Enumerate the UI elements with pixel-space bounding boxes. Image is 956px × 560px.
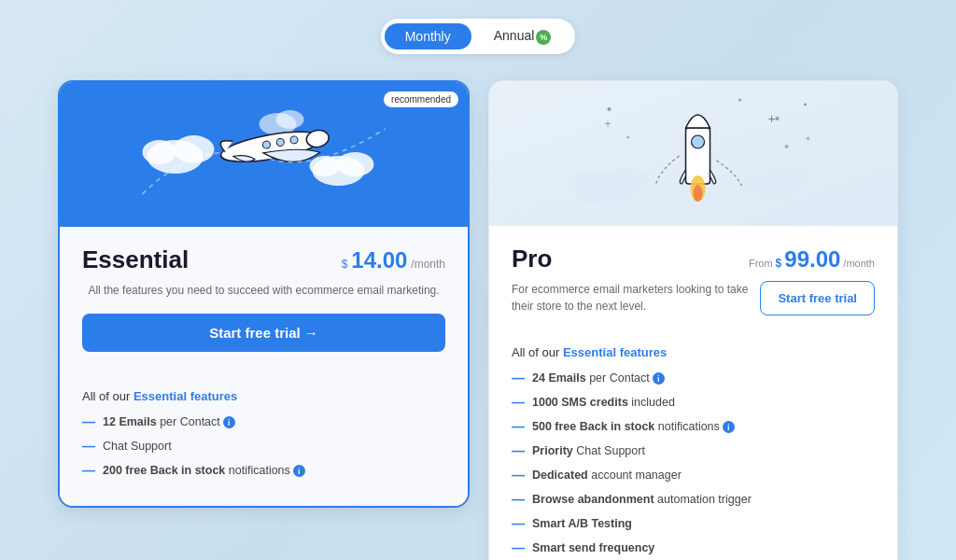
svg-point-31	[694, 185, 703, 202]
essential-feature-backinstock-text: 200 free Back in stock notificationsi	[103, 464, 305, 478]
pro-title-row: Pro From $ 99.00 /month	[512, 245, 875, 273]
feature-dash-3: —	[82, 463, 95, 478]
pro-price-area: From $ 99.00 /month	[749, 246, 875, 273]
svg-point-5	[310, 156, 340, 176]
svg-text:+: +	[806, 133, 811, 144]
pro-feature-send-frequency: — Smart send frequency	[512, 540, 875, 555]
pro-feature-priority-chat: — Priority Chat Support	[512, 443, 875, 458]
essential-feature-emails-text: 12 Emails per Contacti	[103, 415, 235, 429]
essential-card-image: recommended	[60, 82, 468, 227]
essential-description: All the features you need to succeed wit…	[82, 282, 445, 299]
pro-period: /month	[843, 258, 875, 269]
essential-feature-emails: — 12 Emails per Contacti	[82, 414, 445, 429]
pro-feature-account-manager-text: Dedicated account manager	[532, 469, 682, 482]
essential-price: $ 14.00 /month	[342, 247, 445, 273]
essential-plan-name: Essential	[82, 245, 189, 274]
pro-features-link[interactable]: Essential features	[563, 345, 667, 359]
feature-dash-2: —	[82, 439, 95, 454]
svg-point-17	[785, 145, 789, 148]
pro-card-body: Pro From $ 99.00 /month For ecommerce em…	[489, 226, 897, 345]
annual-toggle-btn[interactable]: Annual%	[473, 22, 572, 50]
svg-text:+: +	[768, 111, 776, 126]
essential-amount: 14.00	[351, 247, 407, 273]
pro-feature-backinstock: — 500 free Back in stock notificationsi	[512, 419, 875, 434]
pro-feature-emails-text: 24 Emails per Contacti	[532, 371, 665, 385]
pro-feature-sms-text: 1000 SMS credits included	[532, 396, 675, 409]
svg-point-14	[776, 117, 780, 120]
svg-point-18	[804, 104, 807, 106]
pro-features-prefix: All of our	[512, 345, 559, 359]
pro-dash-5: —	[512, 468, 525, 483]
essential-feature-chat: — Chat Support	[82, 439, 445, 454]
svg-point-29	[692, 135, 705, 148]
pro-feature-priority-chat-text: Priority Chat Support	[532, 444, 645, 457]
pro-feature-ab-testing-text: Smart A/B Testing	[532, 517, 632, 530]
pro-feature-browse-abandonment-text: Browse abandonment automation trigger	[532, 493, 752, 506]
svg-point-4	[337, 152, 374, 176]
pro-from-label: From	[749, 258, 773, 269]
svg-point-16	[626, 136, 629, 139]
recommended-badge: recommended	[384, 91, 458, 107]
svg-point-7	[276, 110, 304, 129]
pro-dash-1: —	[512, 371, 525, 385]
pro-dash-2: —	[512, 395, 525, 410]
pro-currency: $	[776, 257, 782, 270]
pro-emails-info-icon[interactable]: i	[653, 372, 665, 385]
svg-point-24	[568, 173, 605, 195]
svg-point-2	[143, 140, 176, 164]
monthly-toggle-btn[interactable]: Monthly	[385, 23, 471, 49]
essential-feature-backinstock: — 200 free Back in stock notificationsi	[82, 463, 445, 478]
backinstock-info-icon[interactable]: i	[293, 465, 305, 477]
pro-features-title: All of our Essential features	[512, 345, 875, 359]
annual-discount-badge: %	[536, 30, 551, 45]
essential-features-section: All of our Essential features — 12 Email…	[60, 389, 468, 506]
essential-features-link[interactable]: Essential features	[134, 389, 237, 403]
pro-feature-backinstock-text: 500 free Back in stock notificationsi	[532, 420, 735, 434]
essential-cta-button[interactable]: Start free trial →	[82, 314, 445, 352]
pro-dash-8: —	[512, 540, 525, 555]
pro-dash-3: —	[512, 419, 525, 434]
svg-point-15	[738, 99, 741, 102]
essential-currency: $	[342, 258, 348, 271]
svg-text:+: +	[605, 118, 612, 131]
svg-point-26	[771, 165, 812, 189]
pro-description: For ecommerce email marketers looking to…	[512, 281, 749, 315]
essential-title-row: Essential $ 14.00 /month	[82, 245, 445, 274]
svg-point-13	[608, 107, 612, 111]
svg-point-27	[741, 171, 773, 191]
pro-card-image: + + +	[489, 81, 897, 226]
pro-feature-browse-abandonment: — Browse abandonment automation trigger	[512, 492, 875, 507]
billing-toggle[interactable]: Monthly Annual%	[381, 19, 576, 54]
feature-dash-1: —	[82, 414, 95, 429]
emails-info-icon[interactable]: i	[223, 416, 235, 428]
pro-amount: 99.00	[784, 246, 840, 273]
essential-card-body: Essential $ 14.00 /month All the feature…	[60, 227, 468, 389]
pro-backinstock-info-icon[interactable]: i	[723, 421, 735, 433]
pro-cta-button[interactable]: Start free trial	[760, 281, 875, 315]
pro-feature-account-manager: — Dedicated account manager	[512, 468, 875, 483]
essential-feature-chat-text: Chat Support	[103, 440, 172, 453]
pro-plan-name: Pro	[512, 245, 552, 273]
pro-dash-7: —	[512, 516, 525, 531]
pro-dash-6: —	[512, 492, 525, 507]
pro-dash-4: —	[512, 443, 525, 458]
essential-period: /month	[411, 258, 445, 271]
pro-desc-row: For ecommerce email marketers looking to…	[512, 281, 875, 315]
svg-point-23	[603, 168, 650, 196]
pro-features-section: All of our Essential features — 24 Email…	[489, 345, 897, 560]
essential-plan-card: recommended	[58, 80, 470, 508]
pro-feature-sms: — 1000 SMS credits included	[512, 395, 875, 410]
svg-point-1	[174, 135, 215, 163]
essential-features-title: All of our Essential features	[82, 389, 445, 403]
pro-feature-ab-testing: — Smart A/B Testing	[512, 516, 875, 531]
pro-feature-emails: — 24 Emails per Contacti	[512, 371, 875, 385]
annual-label: Annual	[494, 28, 535, 43]
pro-plan-card: + + +	[488, 80, 898, 560]
essential-features-prefix: All of our	[82, 389, 130, 403]
pro-feature-send-frequency-text: Smart send frequency	[532, 541, 654, 554]
plans-container: recommended	[58, 80, 898, 560]
